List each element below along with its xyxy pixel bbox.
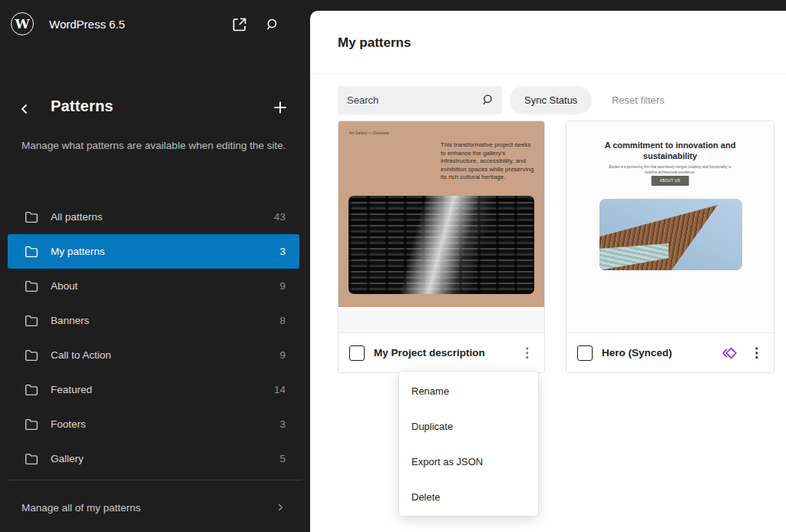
preview-heading: A commitment to innovation and sustainab…: [566, 140, 774, 161]
pattern-actions-menu: Rename Duplicate Export as JSON Delete: [399, 372, 538, 516]
preview-hero-section: Art Gallery — Overview This transformati…: [339, 121, 544, 307]
search-input[interactable]: [338, 86, 502, 114]
sidebar-item-gallery[interactable]: Gallery 5: [8, 441, 299, 476]
preview-about-us-button: ABOUT US: [652, 176, 689, 186]
menu-item-export-json[interactable]: Export as JSON: [399, 444, 538, 479]
preview-kicker-text: Art Gallery — Overview: [349, 131, 388, 135]
sidebar-item-label: All patterns: [51, 211, 263, 223]
search-icon: [480, 92, 495, 107]
sidebar-item-count: 5: [279, 453, 286, 464]
sidebar-item-count: 3: [279, 246, 286, 257]
add-pattern-button[interactable]: [270, 97, 290, 117]
sidebar-item-call-to-action[interactable]: Call to Action 9: [8, 338, 299, 372]
manage-all-patterns-link[interactable]: Manage all of my patterns: [0, 494, 310, 520]
folder-icon: [23, 243, 40, 260]
pattern-search: [338, 86, 502, 114]
sidebar-item-banners[interactable]: Banners 8: [8, 303, 299, 338]
plus-icon: [270, 97, 290, 117]
pattern-actions-button[interactable]: ⋮: [520, 345, 533, 361]
sidebar-description: Manage what patterns are available when …: [21, 137, 290, 154]
sidebar-divider: [8, 480, 302, 481]
sidebar-item-label: Footers: [51, 418, 269, 430]
folder-icon: [23, 312, 40, 329]
sidebar-item-count: 9: [279, 280, 286, 292]
pattern-preview[interactable]: A commitment to innovation and sustainab…: [566, 121, 774, 333]
sidebar-title: Patterns: [51, 97, 114, 115]
sidebar-item-all-patterns[interactable]: All patterns 43: [8, 200, 299, 234]
pattern-checkbox[interactable]: [577, 345, 593, 361]
menu-item-delete[interactable]: Delete: [399, 479, 538, 514]
pattern-category-list: All patterns 43 My patterns 3 About 9 Ba…: [8, 200, 299, 476]
sidebar-item-label: Banners: [51, 315, 269, 326]
pattern-preview[interactable]: Art Gallery — Overview This transformati…: [339, 121, 544, 333]
sidebar-item-label: Call to Action: [51, 349, 269, 361]
building-photo: [348, 196, 534, 294]
sidebar-item-label: Gallery: [51, 453, 269, 464]
sidebar-item-count: 3: [279, 418, 286, 430]
header-divider: [310, 73, 786, 74]
menu-item-rename[interactable]: Rename: [399, 373, 538, 408]
architecture-photo: [599, 199, 742, 270]
sidebar-item-label: Featured: [51, 384, 263, 395]
sidebar-item-about[interactable]: About 9: [8, 269, 299, 303]
synced-pattern-icon: [721, 345, 738, 362]
sidebar-item-count: 43: [274, 211, 286, 223]
pattern-card-hero-synced[interactable]: A commitment to innovation and sustainab…: [566, 121, 774, 373]
sidebar-item-count: 8: [279, 315, 286, 326]
view-site-button[interactable]: [230, 15, 249, 34]
topbar-search-button[interactable]: [263, 16, 280, 33]
sidebar-item-label: My patterns: [51, 246, 269, 257]
back-button[interactable]: [15, 99, 34, 119]
sidebar-item-count: 9: [279, 349, 286, 361]
pattern-title: Hero (Synced): [602, 347, 712, 359]
sidebar-item-featured[interactable]: Featured 14: [8, 372, 299, 407]
folder-icon: [23, 209, 40, 226]
pattern-card-footer: Hero (Synced) ⋮: [566, 333, 774, 372]
folder-icon: [23, 347, 40, 364]
pattern-title: My Project description: [374, 347, 511, 359]
sync-status-filter-button[interactable]: Sync Status: [510, 86, 592, 114]
wordpress-logo[interactable]: W: [11, 12, 34, 35]
chevron-left-icon: [15, 99, 34, 119]
sidebar-item-label: About: [51, 280, 269, 292]
manage-all-patterns-label: Manage all of my patterns: [21, 502, 273, 514]
main-panel: My patterns Sync Status Reset filters Ar…: [310, 11, 786, 532]
folder-icon: [23, 278, 40, 295]
pattern-actions-button[interactable]: ⋮: [750, 345, 763, 361]
folder-icon: [23, 451, 40, 468]
folder-icon: [23, 382, 40, 398]
chevron-right-icon: [273, 501, 287, 514]
sidebar-item-my-patterns[interactable]: My patterns 3: [8, 234, 299, 269]
menu-item-duplicate[interactable]: Duplicate: [399, 408, 538, 444]
site-title: WordPress 6.5: [49, 18, 125, 31]
pattern-card-footer: My Project description ⋮: [339, 333, 544, 372]
search-icon: [263, 16, 280, 33]
sidebar-item-count: 14: [274, 384, 286, 395]
folder-icon: [23, 416, 40, 433]
sidebar-item-footers[interactable]: Footers 3: [8, 407, 299, 441]
preview-paragraph: This transformative project seeks to enh…: [441, 141, 537, 182]
pattern-checkbox[interactable]: [349, 345, 365, 361]
external-link-icon: [230, 15, 249, 34]
preview-next-section: [339, 307, 544, 332]
pattern-card-my-project-description[interactable]: Art Gallery — Overview This transformati…: [338, 121, 545, 373]
reset-filters-button[interactable]: Reset filters: [612, 86, 665, 114]
page-title: My patterns: [338, 35, 411, 51]
preview-subtext: Études is a pioneering firm that seamles…: [603, 165, 738, 175]
